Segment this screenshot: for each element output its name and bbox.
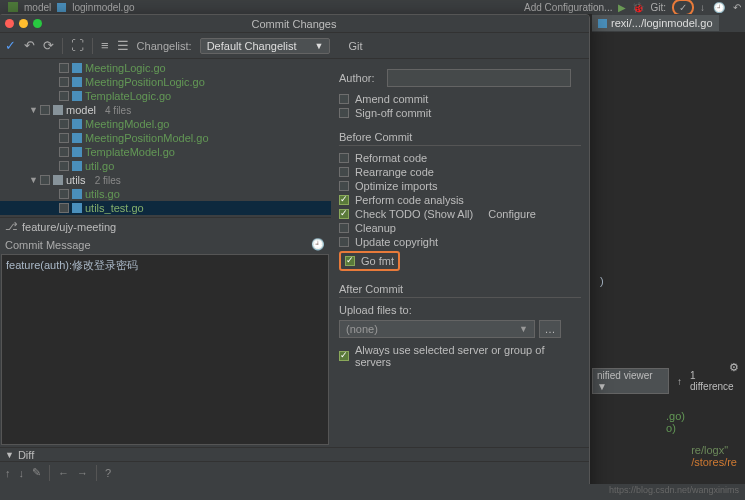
tree-folder[interactable]: ▼utils 2 files [0,173,331,187]
close-icon[interactable] [5,19,14,28]
file-checkbox[interactable] [40,105,50,115]
tree-file[interactable]: utils.go [0,187,331,201]
settings-icon[interactable]: ☰ [117,38,129,53]
caret-icon[interactable]: ▼ [29,105,37,115]
tree-label: utils.go [85,188,120,200]
undo-icon[interactable]: ↶ [24,38,35,53]
go-file-icon [72,91,82,101]
run-icon[interactable]: ▶ [618,2,626,13]
file-checkbox[interactable] [59,203,69,213]
watermark-url: https://blog.csdn.net/wangxinims [609,485,739,495]
zoom-icon[interactable] [33,19,42,28]
file-checkbox[interactable] [59,189,69,199]
chevron-down-icon: ▼ [315,41,324,51]
check-icon[interactable]: ✓ [679,2,687,13]
commit-icon[interactable]: ✓ [5,38,16,53]
upload-select[interactable]: (none)▼ [339,320,535,338]
cleanup-checkbox[interactable] [339,223,349,233]
file-tree[interactable]: MeetingLogic.goMeetingPositionLogic.goTe… [0,59,331,217]
prev-file-icon[interactable]: ← [58,467,69,479]
branch-row[interactable]: ⎇ feature/ujy-meeting [0,217,331,235]
gofmt-checkbox[interactable] [345,256,355,266]
caret-icon[interactable]: ▼ [29,175,37,185]
upload-label: Upload files to: [339,304,581,316]
diff-count: 1 difference [690,370,741,392]
editor-code: ) [592,32,745,295]
editor-tab[interactable]: loginmodel.go [72,2,134,13]
always-server-checkbox[interactable] [339,351,349,361]
history-icon[interactable]: 🕘 [311,238,325,251]
go-file-icon [72,147,82,157]
commit-message-input[interactable]: feature(auth):修改登录密码 [1,254,329,445]
left-panel: MeetingLogic.goMeetingPositionLogic.goTe… [0,59,331,447]
go-file-icon [72,119,82,129]
go-file-icon [72,203,82,213]
history-icon[interactable]: 🕘 [713,2,725,13]
analyze-checkbox[interactable] [339,195,349,205]
tree-file[interactable]: MeetingPositionModel.go [0,131,331,145]
tree-label: MeetingPositionLogic.go [85,76,205,88]
commit-dialog: Commit Changes ✓ ↶ ⟳ ⛶ ≡ ☰ Changelist: D… [0,14,590,500]
tree-folder[interactable]: ▼model 4 files [0,103,331,117]
go-file-icon [72,133,82,143]
changelist-label: Changelist: [137,40,192,52]
next-file-icon[interactable]: → [77,467,88,479]
tree-file[interactable]: TemplateModel.go [0,145,331,159]
author-input[interactable] [387,69,571,87]
tree-file[interactable]: MeetingModel.go [0,117,331,131]
optimize-checkbox[interactable] [339,181,349,191]
file-checkbox[interactable] [59,63,69,73]
update-icon[interactable]: ↓ [700,2,705,13]
group-icon[interactable]: ≡ [101,38,109,53]
branch-name: feature/ujy-meeting [22,221,116,233]
tree-file[interactable]: util.go [0,159,331,173]
minimize-icon[interactable] [19,19,28,28]
tree-file[interactable]: MeetingLogic.go [0,61,331,75]
editor-file-tab[interactable]: rexi/.../loginmodel.go [592,15,719,31]
help-icon[interactable]: ? [105,467,111,479]
go-file-icon [72,63,82,73]
todo-checkbox[interactable] [339,209,349,219]
diff-toolbar: ↑ ↓ ✎ ← → ? [0,461,589,483]
go-file-icon [72,77,82,87]
file-checkbox[interactable] [59,133,69,143]
prev-icon[interactable]: ↑ [5,467,11,479]
background-editor: rexi/.../loginmodel.go ) ⚙ nified viewer… [592,14,745,484]
next-icon[interactable]: ↓ [19,467,25,479]
diff-header: nified viewer ▼ ↑ 1 difference [592,368,741,394]
expand-icon[interactable]: ⛶ [71,38,84,53]
tree-label: MeetingModel.go [85,118,169,130]
revert-icon[interactable]: ↶ [733,2,741,13]
configure-link[interactable]: Configure [488,208,536,220]
file-checkbox[interactable] [59,119,69,129]
tree-file[interactable]: MeetingPositionLogic.go [0,75,331,89]
file-checkbox[interactable] [40,175,50,185]
copyright-checkbox[interactable] [339,237,349,247]
prev-diff-icon[interactable]: ↑ [677,376,682,387]
diff-section-header[interactable]: ▼ Diff [0,447,589,461]
rearrange-checkbox[interactable] [339,167,349,177]
dialog-title-bar: Commit Changes [0,15,589,33]
tree-file[interactable]: TemplateLogic.go [0,89,331,103]
folder-icon [53,105,63,115]
file-checkbox[interactable] [59,161,69,171]
file-checkbox[interactable] [59,91,69,101]
debug-icon[interactable]: 🐞 [632,2,644,13]
tree-file[interactable]: utils_test.go [0,201,331,215]
go-file-icon [72,161,82,171]
folder-icon [53,175,63,185]
refresh-icon[interactable]: ⟳ [43,38,54,53]
file-checkbox[interactable] [59,147,69,157]
changelist-select[interactable]: Default Changelist ▼ [200,38,331,54]
edit-icon[interactable]: ✎ [32,466,41,479]
browse-button[interactable]: … [539,320,561,338]
signoff-checkbox[interactable] [339,108,349,118]
commit-message-header: Commit Message 🕘 [0,235,331,254]
amend-checkbox[interactable] [339,94,349,104]
file-checkbox[interactable] [59,77,69,87]
add-config[interactable]: Add Configuration... [524,2,612,13]
model-tab[interactable]: model [24,2,51,13]
viewer-mode-select[interactable]: nified viewer ▼ [592,368,669,394]
reformat-checkbox[interactable] [339,153,349,163]
vcs-toolbar: ↓ 🕘 ↶ [700,2,741,13]
